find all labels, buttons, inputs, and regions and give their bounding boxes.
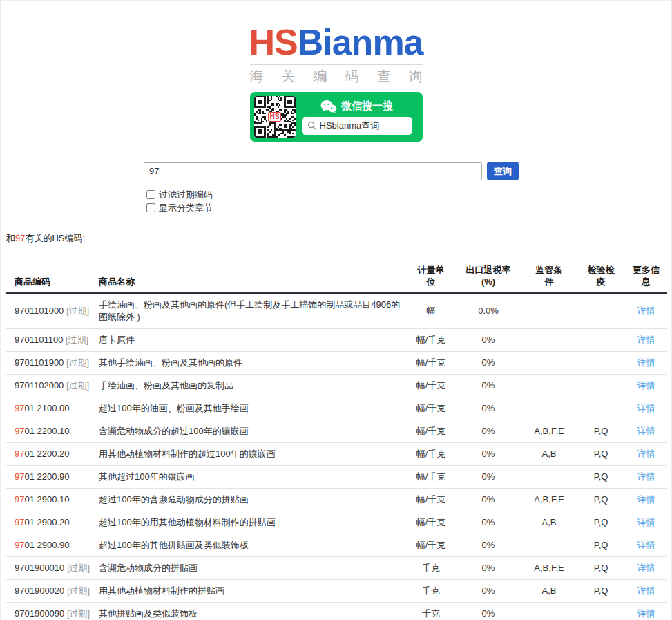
- supervision-cell: A,B: [521, 511, 577, 534]
- product-name-cell: 超过100年的油画、粉画及其他手绘画: [97, 397, 407, 420]
- quarantine-cell: P,Q: [577, 489, 625, 511]
- quarantine-cell: [577, 352, 625, 375]
- expired-badge: [过期]: [66, 306, 89, 316]
- tax-rate-cell: 0%: [455, 443, 521, 466]
- table-row: 9701 2900.90超过100年的其他拼贴画及类似装饰板幅/千克0%P,Q详…: [6, 534, 667, 557]
- hs-code-cell: 9701900090 [过期]: [6, 603, 97, 620]
- quarantine-cell: P,Q: [577, 420, 625, 443]
- result-heading: 和97有关的HS编码:: [6, 232, 671, 245]
- table-row: 9701900090 [过期]其他拼贴画及类似装饰板千克0%详情: [6, 603, 667, 620]
- tax-rate-cell: 0%: [455, 397, 521, 420]
- table-row: 9701102000 [过期]手绘油画、粉画及其他画的复制品幅/千克0%详情: [6, 375, 667, 397]
- table-row: 9701101000 [过期]手绘油画、粉画及其他画的原件(但手工绘制及手工描饰…: [6, 293, 667, 329]
- filter-chapters[interactable]: 显示分类章节: [146, 201, 671, 214]
- hs-code-cell: 9701 2100.00: [6, 397, 97, 420]
- product-name-cell: 超过100年的其他拼贴画及类似装饰板: [97, 534, 407, 557]
- detail-link[interactable]: 详情: [637, 563, 655, 573]
- detail-link[interactable]: 详情: [637, 585, 655, 596]
- header-code: 商品编码: [6, 261, 97, 293]
- wechat-account-pill: HSbianma查询: [302, 117, 412, 135]
- expired-badge: [过期]: [67, 563, 90, 573]
- hs-code-cell: 9701101000 [过期]: [6, 293, 97, 329]
- product-name-cell: 其他手绘油画、粉画及其他画的原件: [97, 352, 407, 375]
- supervision-cell: [521, 352, 577, 375]
- more-info-cell: 详情: [625, 293, 667, 329]
- product-name-cell: 用其他动植物材料制作的拼贴画: [97, 580, 407, 603]
- product-name-cell: 其他拼贴画及类似装饰板: [97, 603, 407, 620]
- hs-code-cell: 9701 2900.20: [6, 511, 97, 534]
- tax-rate-cell: 0%: [455, 352, 521, 375]
- more-info-cell: 详情: [625, 443, 667, 466]
- code-keyword-highlight: 97: [15, 426, 24, 436]
- logo-bianma-text: Bianma: [298, 22, 423, 62]
- site-logo[interactable]: HSBianma: [249, 24, 423, 60]
- unit-cell: 幅/千克: [407, 420, 455, 443]
- quarantine-cell: P,Q: [577, 443, 625, 466]
- page: HSBianma 海关编码查询 HS: [0, 0, 672, 620]
- detail-link[interactable]: 详情: [637, 335, 655, 345]
- qr-center-label: HS: [268, 112, 282, 122]
- unit-cell: 千克: [407, 580, 455, 603]
- detail-link[interactable]: 详情: [637, 540, 655, 550]
- code-keyword-highlight: 97: [15, 403, 24, 413]
- logo-divider: [250, 64, 423, 65]
- detail-link[interactable]: 详情: [637, 403, 655, 413]
- detail-link[interactable]: 详情: [637, 426, 655, 436]
- quarantine-cell: P,Q: [577, 580, 625, 603]
- qr-code: HS: [254, 96, 296, 138]
- tax-rate-cell: 0%: [455, 511, 521, 534]
- table-row: 9701900020 [过期]用其他动植物材料制作的拼贴画千克0%A,BP,Q详…: [6, 580, 667, 603]
- hs-code-table: 商品编码 商品名称 计量单位 出口退税率(%) 监管条件 检验检疫 更多信息 9…: [6, 261, 667, 620]
- product-name-cell: 超过100年的含濒危动物成分的拼贴画: [97, 489, 407, 511]
- filter-expired[interactable]: 过滤过期编码: [146, 188, 671, 201]
- tax-rate-cell: 0%: [455, 534, 521, 557]
- expired-badge: [过期]: [66, 380, 89, 391]
- product-name-cell: 超过100年的用其他动植物材料制作的拼贴画: [97, 511, 407, 534]
- unit-cell: 幅/千克: [407, 466, 455, 489]
- tax-rate-cell: 0%: [455, 580, 521, 603]
- quarantine-cell: P,Q: [577, 557, 625, 580]
- filter-chapters-label: 显示分类章节: [159, 202, 213, 214]
- table-row: 9701 2200.20用其他动植物材料制作的超过100年的镶嵌画幅/千克0%A…: [6, 443, 667, 466]
- product-name-cell: 用其他动植物材料制作的超过100年的镶嵌画: [97, 443, 407, 466]
- result-heading-keyword: 97: [15, 233, 25, 243]
- filter-chapters-checkbox[interactable]: [146, 203, 155, 212]
- more-info-cell: 详情: [625, 511, 667, 534]
- hs-code-cell: 9701900010 [过期]: [6, 557, 97, 580]
- detail-link[interactable]: 详情: [637, 471, 655, 482]
- search-input[interactable]: [144, 162, 482, 180]
- hs-code-cell: 9701900020 [过期]: [6, 580, 97, 603]
- unit-cell: 幅/千克: [407, 397, 455, 420]
- product-name-cell: 手绘油画、粉画及其他画的原件(但手工绘制及手工描饰的制品或品目4906的图纸除外…: [97, 293, 407, 329]
- detail-link[interactable]: 详情: [637, 380, 655, 391]
- product-name-cell: 其他超过100年的镶嵌画: [97, 466, 407, 489]
- search-button[interactable]: 查询: [487, 162, 519, 180]
- unit-cell: 幅/千克: [407, 534, 455, 557]
- header-tax: 出口退税率(%): [455, 261, 521, 293]
- detail-link[interactable]: 详情: [637, 449, 655, 459]
- quarantine-cell: [577, 397, 625, 420]
- more-info-cell: 详情: [625, 580, 667, 603]
- hs-code-cell: 9701 2900.90: [6, 534, 97, 557]
- filter-expired-checkbox[interactable]: [146, 190, 155, 199]
- product-name-cell: 含濒危动物成分的拼贴画: [97, 557, 407, 580]
- wechat-icon: [320, 100, 337, 113]
- detail-link[interactable]: 详情: [637, 357, 655, 368]
- supervision-cell: A,B,F,E: [521, 489, 577, 511]
- detail-link[interactable]: 详情: [637, 494, 655, 505]
- supervision-cell: [521, 603, 577, 620]
- header-more: 更多信息: [625, 261, 667, 293]
- supervision-cell: [521, 397, 577, 420]
- search-area: 查询 过滤过期编码 显示分类章节: [1, 162, 671, 214]
- hs-code-cell: 9701101900 [过期]: [6, 352, 97, 375]
- detail-link[interactable]: 详情: [637, 306, 655, 316]
- detail-link[interactable]: 详情: [637, 608, 655, 619]
- detail-link[interactable]: 详情: [637, 517, 655, 527]
- filters: 过滤过期编码 显示分类章节: [146, 188, 671, 214]
- supervision-cell: [521, 293, 577, 329]
- tax-rate-cell: 0%: [455, 603, 521, 620]
- expired-badge: [过期]: [67, 608, 90, 619]
- supervision-cell: A,B: [521, 443, 577, 466]
- unit-cell: 幅/千克: [407, 375, 455, 397]
- supervision-cell: A,B,F,E: [521, 557, 577, 580]
